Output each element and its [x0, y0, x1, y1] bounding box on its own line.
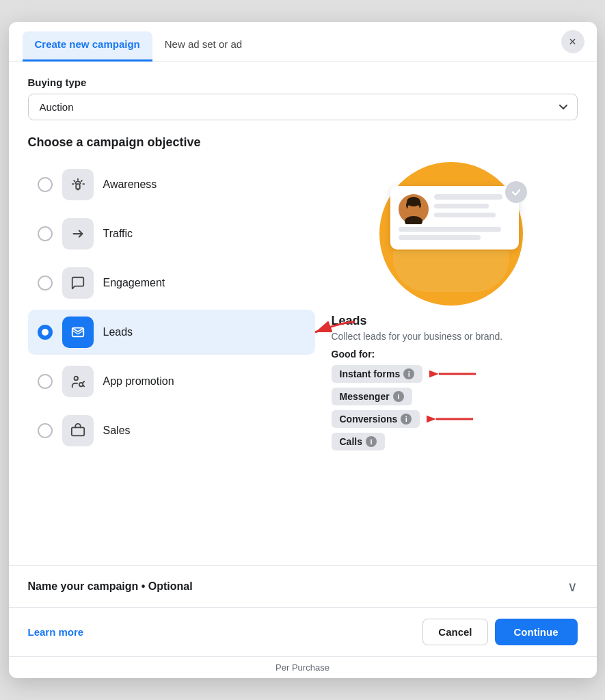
tag-messenger[interactable]: Messenger i: [332, 388, 412, 405]
objective-awareness[interactable]: Awareness: [28, 162, 315, 207]
illus-line-2: [434, 204, 489, 208]
objective-traffic[interactable]: Traffic: [28, 211, 315, 256]
illus-line-3: [434, 213, 496, 217]
svg-point-10: [407, 197, 420, 206]
svg-rect-6: [71, 427, 83, 435]
section-title: Choose a campaign objective: [28, 135, 578, 150]
calls-label: Calls: [340, 436, 362, 447]
objective-app-promotion[interactable]: App promotion: [28, 359, 315, 404]
tag-calls[interactable]: Calls i: [332, 433, 385, 450]
app-promotion-label: App promotion: [103, 375, 174, 388]
svg-point-5: [79, 383, 83, 387]
modal-footer: Learn more Cancel Continue: [9, 607, 597, 656]
tag-row-calls: Calls i: [332, 433, 478, 450]
messenger-info-icon[interactable]: i: [393, 391, 404, 402]
tag-conversions[interactable]: Conversions i: [332, 410, 420, 428]
continue-button[interactable]: Continue: [495, 619, 578, 645]
close-button[interactable]: ×: [561, 30, 584, 53]
radio-engagement: [38, 275, 53, 291]
radio-leads: [38, 325, 53, 340]
info-description: Collect leads for your business or brand…: [332, 331, 503, 342]
objective-leads[interactable]: Leads: [28, 310, 315, 355]
tab-new-ad-set[interactable]: New ad set or ad: [152, 31, 254, 62]
info-title: Leads: [332, 314, 367, 328]
sales-label: Sales: [103, 425, 131, 437]
modal-body: Buying type Auction Choose a campaign ob…: [9, 62, 597, 546]
arrow-instant-forms: [429, 366, 477, 382]
traffic-label: Traffic: [103, 228, 133, 240]
illus-bottom-lines: [399, 227, 511, 240]
illus-line-5: [399, 235, 481, 240]
objectives-list: Awareness Traffic: [28, 162, 315, 453]
svg-rect-1: [77, 189, 79, 190]
name-campaign-bar[interactable]: Name your campaign • Optional ∨: [9, 565, 597, 607]
engagement-icon: [62, 267, 94, 299]
radio-app-promotion: [38, 374, 53, 389]
learn-more-link[interactable]: Learn more: [28, 626, 84, 638]
conversions-info-icon[interactable]: i: [401, 414, 412, 425]
good-for-label: Good for:: [332, 349, 375, 360]
radio-awareness: [38, 177, 53, 192]
content-grid: Awareness Traffic: [28, 162, 578, 453]
name-campaign-text: Name your campaign • Optional: [28, 580, 193, 593]
illus-line-1: [434, 194, 502, 200]
awareness-icon: [62, 169, 94, 200]
modal-dialog: Create new campaign New ad set or ad × B…: [9, 22, 597, 678]
illus-check-circle: [505, 181, 527, 203]
tag-row-messenger: Messenger i: [332, 388, 478, 405]
illus-card: [390, 186, 519, 250]
illus-line-4: [399, 227, 501, 232]
objective-sales[interactable]: Sales: [28, 408, 315, 453]
footer-buttons: Cancel Continue: [422, 619, 577, 645]
tag-row-conversions: Conversions i: [332, 410, 478, 428]
leads-label: Leads: [103, 326, 133, 338]
calls-info-icon[interactable]: i: [366, 436, 377, 447]
sales-icon: [62, 415, 94, 446]
cancel-button[interactable]: Cancel: [422, 619, 487, 645]
engagement-label: Engagement: [103, 277, 165, 289]
awareness-label: Awareness: [103, 178, 157, 191]
tag-row-instant-forms: Instant forms i: [332, 365, 478, 383]
buying-type-label: Buying type: [28, 77, 578, 88]
messenger-label: Messenger: [340, 391, 390, 402]
leads-illustration: [373, 162, 537, 306]
instant-forms-label: Instant forms: [340, 368, 401, 379]
traffic-icon: [62, 218, 94, 250]
good-for-tags: Instant forms i: [332, 365, 478, 450]
conversions-label: Conversions: [340, 414, 398, 425]
svg-point-4: [74, 377, 78, 381]
objective-engagement[interactable]: Engagement: [28, 260, 315, 306]
modal-header: Create new campaign New ad set or ad ×: [9, 22, 597, 62]
buying-type-select[interactable]: Auction: [28, 94, 578, 120]
tab-create-campaign[interactable]: Create new campaign: [23, 31, 152, 62]
chevron-down-icon: ∨: [567, 578, 578, 595]
radio-sales: [38, 423, 53, 438]
illus-avatar-wrapper: [399, 194, 429, 227]
app-promotion-icon: [62, 366, 94, 397]
radio-dot: [42, 329, 49, 336]
arrow-conversions: [427, 411, 474, 427]
illus-text-lines: [434, 194, 511, 217]
instant-forms-info-icon[interactable]: i: [403, 368, 414, 379]
radio-traffic: [38, 226, 53, 241]
info-panel: Leads Collect leads for your business or…: [332, 162, 578, 453]
illus-bottom-shape: [393, 251, 509, 292]
tag-instant-forms[interactable]: Instant forms i: [332, 365, 423, 383]
illus-avatar-svg: [399, 194, 429, 224]
leads-icon: [62, 317, 94, 348]
per-purchase-bar: Per Purchase: [9, 656, 597, 678]
check-icon: [511, 187, 522, 198]
svg-rect-0: [76, 184, 80, 189]
